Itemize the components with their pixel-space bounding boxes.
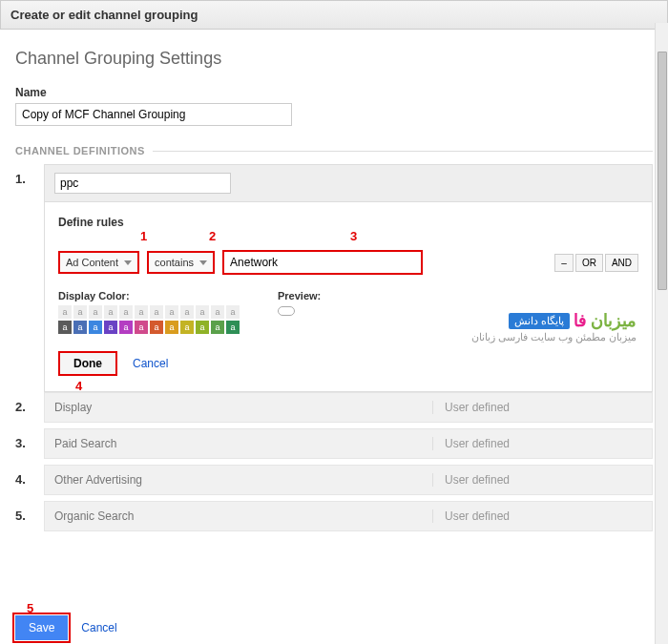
color-swatch[interactable]: a <box>150 305 163 319</box>
channel-name-bar <box>44 164 653 202</box>
color-swatch[interactable]: a <box>226 321 240 334</box>
cancel-button[interactable]: Cancel <box>81 621 116 634</box>
channel-row[interactable]: Organic SearchUser defined <box>44 501 653 531</box>
color-swatch[interactable]: a <box>165 321 178 334</box>
channel-index-1: 1. <box>15 164 38 186</box>
channel-index: 4. <box>15 465 38 487</box>
annotation-1: 1 <box>140 229 147 243</box>
channel-index: 5. <box>15 501 38 523</box>
annotation-5: 5 <box>27 601 33 615</box>
color-swatch-row-dark: aaaaaaaaaaaa <box>58 321 240 334</box>
color-swatch[interactable]: a <box>150 321 163 334</box>
annotation-3: 3 <box>350 229 357 243</box>
chevron-down-icon <box>199 260 207 265</box>
chevron-down-icon <box>124 260 132 265</box>
display-color-label: Display Color: <box>58 290 240 301</box>
done-button[interactable]: Done <box>58 351 117 376</box>
channel-index: 3. <box>15 428 38 450</box>
color-swatch[interactable]: a <box>196 305 209 319</box>
annotation-4: 4 <box>75 379 82 393</box>
save-button[interactable]: Save <box>15 615 68 640</box>
scrollbar-track[interactable] <box>655 23 668 644</box>
rule-operator-dropdown[interactable]: contains <box>147 251 215 274</box>
color-swatch[interactable]: a <box>165 305 178 319</box>
channel-name: Display <box>54 401 432 414</box>
color-swatch[interactable]: a <box>135 305 148 319</box>
color-swatch[interactable]: a <box>104 305 117 319</box>
color-swatch[interactable]: a <box>196 321 209 334</box>
rule-dimension-label: Ad Content <box>66 257 118 268</box>
scrollbar-thumb[interactable] <box>658 52 667 290</box>
channel-type: User defined <box>432 509 642 523</box>
rule-operator-label: contains <box>155 257 194 268</box>
channel-name: Paid Search <box>54 437 432 450</box>
watermark-text-pink: فا <box>574 310 587 331</box>
channel-rule-editor: Define rules 1 2 3 Ad Content contains <box>44 202 653 392</box>
name-label: Name <box>15 86 653 99</box>
rule-or-button[interactable]: OR <box>575 254 603 272</box>
section-channel-definitions: CHANNEL DEFINITIONS <box>15 145 145 156</box>
page-title: Channel Grouping Settings <box>15 49 653 69</box>
color-swatch[interactable]: a <box>89 305 102 319</box>
rule-remove-button[interactable]: – <box>554 254 574 272</box>
cancel-edit-button[interactable]: Cancel <box>133 357 168 370</box>
rule-dimension-dropdown[interactable]: Ad Content <box>58 251 139 274</box>
color-swatch[interactable]: a <box>226 305 240 319</box>
color-swatch[interactable]: a <box>104 321 117 334</box>
watermark-badge: پایگاه دانش <box>509 313 570 329</box>
rule-value-input[interactable] <box>222 250 423 275</box>
color-swatch[interactable]: a <box>73 305 87 319</box>
watermark-subtitle: میزبان مطمئن وب سایت فارسی زبانان <box>471 331 637 343</box>
channel-name: Other Advertising <box>54 473 432 487</box>
color-swatch[interactable]: a <box>119 305 133 319</box>
divider <box>153 151 653 152</box>
color-swatch[interactable]: a <box>73 321 87 334</box>
grouping-name-input[interactable] <box>15 103 292 126</box>
color-swatch[interactable]: a <box>58 305 72 319</box>
channel-row[interactable]: Other AdvertisingUser defined <box>44 465 653 495</box>
channel-name: Organic Search <box>54 509 432 523</box>
color-preview-icon <box>278 306 295 316</box>
channel-row[interactable]: DisplayUser defined <box>44 392 653 423</box>
rule-and-button[interactable]: AND <box>605 254 638 272</box>
color-swatch[interactable]: a <box>211 305 224 319</box>
color-swatch[interactable]: a <box>58 321 72 334</box>
watermark: پایگاه دانش فا میزبان میزبان مطمئن وب سا… <box>471 310 637 343</box>
channel-name-input[interactable] <box>54 173 231 194</box>
preview-label: Preview: <box>278 290 321 301</box>
color-swatch[interactable]: a <box>119 321 133 334</box>
color-swatch[interactable]: a <box>180 321 194 334</box>
color-swatch[interactable]: a <box>211 321 224 334</box>
channel-type: User defined <box>432 473 642 487</box>
channel-type: User defined <box>432 437 642 450</box>
color-swatch[interactable]: a <box>135 321 148 334</box>
watermark-text-green: میزبان <box>591 310 637 331</box>
channel-type: User defined <box>432 401 642 414</box>
dialog-header: Create or edit channel grouping <box>0 0 668 30</box>
color-swatch-row-light: aaaaaaaaaaaa <box>58 305 240 319</box>
rule-logic-group: – OR AND <box>554 254 638 272</box>
color-swatch[interactable]: a <box>89 321 102 334</box>
define-rules-label: Define rules <box>58 216 638 229</box>
color-swatch[interactable]: a <box>180 305 194 319</box>
channel-index: 2. <box>15 392 38 414</box>
annotation-2: 2 <box>209 229 216 243</box>
channel-row[interactable]: Paid SearchUser defined <box>44 428 653 459</box>
